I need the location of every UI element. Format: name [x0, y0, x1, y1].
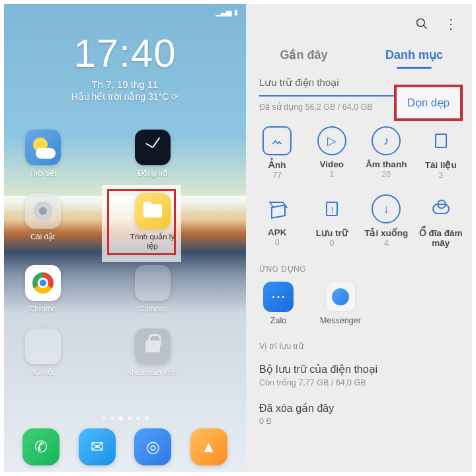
cat-label: Lưu trữ: [305, 227, 360, 238]
cat-cloud[interactable]: Ổ đĩa đám mây: [414, 194, 469, 249]
document-icon: [426, 126, 456, 155]
app-label: Cài đặt: [16, 233, 69, 242]
cat-label: Tải xuống: [359, 227, 414, 238]
svg-line-1: [424, 26, 427, 29]
fm-top-actions: ⋮: [246, 4, 472, 41]
dock-gallery[interactable]: ▲: [190, 428, 227, 465]
search-icon[interactable]: [415, 17, 428, 30]
weather-icon: [25, 130, 61, 165]
cloud-icon: [426, 194, 456, 223]
app-social-folder[interactable]: Xã hội: [16, 329, 69, 377]
cat-label: APK: [250, 227, 305, 237]
cat-count: 1: [305, 170, 360, 179]
list-item-recently-deleted[interactable]: Đã xóa gần đây 0 B: [246, 397, 472, 435]
app-chip-label: Messenger: [320, 316, 361, 325]
clock-time: 17:40: [4, 30, 246, 76]
app-settings[interactable]: Cài đặt: [16, 193, 69, 251]
video-icon: ▷: [317, 126, 346, 155]
cat-count: 20: [359, 170, 414, 179]
cat-count: 0: [305, 239, 360, 248]
status-bar: ▁▃▅ ▮: [216, 8, 238, 17]
right-phone-file-manager: ⋮ Gần đây Danh mục Lưu trữ điện thoại Đã…: [246, 4, 472, 472]
cat-archive[interactable]: !Lưu trữ0: [305, 194, 360, 249]
app-chrome[interactable]: Chrome: [16, 265, 69, 314]
cat-video[interactable]: ▷Video1: [305, 126, 360, 180]
file-manager-screen: ⋮ Gần đây Danh mục Lưu trữ điện thoại Đã…: [246, 4, 472, 472]
list-item-subtitle: Còn trống 7,77 GB / 64,0 GB: [259, 377, 459, 387]
tab-recent[interactable]: Gần đây: [249, 41, 359, 71]
audio-icon: ♪: [372, 126, 401, 155]
refresh-icon[interactable]: ⟳: [171, 92, 178, 102]
list-item-title: Đã xóa gần đây: [259, 402, 459, 415]
lock-icon: [135, 329, 171, 364]
cat-label: Âm thanh: [359, 159, 414, 169]
svg-point-0: [417, 19, 425, 27]
storage-location-header: Vị trí lưu trữ: [246, 340, 472, 358]
app-label: Khóa màn hình: [126, 368, 179, 377]
app-camera-folder[interactable]: Camera: [126, 265, 179, 314]
signal-icon: ▁▃▅: [216, 8, 231, 17]
app-file-manager[interactable]: Trình quản lý tệp: [126, 193, 179, 251]
app-weather[interactable]: Thời tiết: [16, 130, 69, 178]
dock-sms[interactable]: ✉: [79, 428, 116, 465]
messenger-icon: [325, 282, 356, 312]
dot-active: [119, 416, 123, 420]
dock-browser[interactable]: ◎: [134, 428, 171, 465]
cat-audio[interactable]: ♪Âm thanh20: [359, 126, 414, 180]
cat-count: 77: [250, 171, 305, 180]
page-indicator[interactable]: [4, 416, 246, 420]
cat-docs[interactable]: Tài liệu3: [414, 126, 469, 180]
app-label: Chrome: [16, 305, 69, 314]
weather-text: Hầu hết trời nắng 31°C: [71, 91, 169, 102]
chrome-icon: [25, 265, 61, 301]
cat-images[interactable]: Ảnh77: [250, 126, 305, 180]
app-label: Trình quản lý tệp: [126, 233, 179, 251]
clock-icon: [135, 130, 171, 165]
cat-label: Tài liệu: [414, 159, 469, 170]
app-label: Thời tiết: [16, 169, 69, 178]
dot: [110, 416, 114, 420]
battery-icon: ▮: [234, 8, 238, 17]
left-phone-home-screen: ▁▃▅ ▮ 17:40 Th 7, 19 thg 11 Hầu hết trời…: [4, 4, 246, 472]
clock-date: Th 7, 19 thg 11: [4, 79, 246, 90]
download-icon: ↓: [372, 194, 401, 223]
clock-widget[interactable]: 17:40 Th 7, 19 thg 11 Hầu hết trời nắng …: [4, 30, 246, 102]
image-icon: [262, 126, 292, 155]
zalo-icon: ⋯: [263, 282, 294, 312]
app-clock[interactable]: Đồng hồ: [126, 130, 179, 178]
app-chip-messenger[interactable]: Messenger: [320, 282, 361, 325]
gallery-icon: ▲: [190, 428, 227, 465]
tab-categories[interactable]: Danh mục: [359, 41, 469, 71]
more-vert-icon[interactable]: ⋮: [444, 17, 457, 30]
app-label: Đồng hồ: [126, 169, 179, 178]
camera-folder-icon: [135, 265, 171, 301]
cat-download[interactable]: ↓Tải xuống4: [359, 194, 414, 249]
dot: [136, 416, 140, 420]
apk-icon: [262, 194, 292, 223]
app-chip-zalo[interactable]: ⋯ Zalo: [263, 282, 294, 325]
cat-label: Ảnh: [250, 159, 305, 170]
list-item-phone-storage[interactable]: Bộ lưu trữ của điện thoại Còn trống 7,77…: [246, 358, 472, 397]
app-label: Xã hội: [16, 368, 69, 377]
side-by-side-tutorial: ▁▃▅ ▮ 17:40 Th 7, 19 thg 11 Hầu hết trời…: [0, 0, 476, 476]
phone-icon: ✆: [22, 428, 60, 465]
cat-count: 0: [250, 238, 305, 247]
list-item-subtitle: 0 B: [259, 416, 459, 426]
category-grid: Ảnh77 ▷Video1 ♪Âm thanh20 Tài liệu3 APK0…: [246, 122, 472, 260]
dock: ✆ ✉ ◎ ▲: [4, 428, 246, 465]
dock-phone[interactable]: ✆: [22, 428, 60, 465]
cat-count: 3: [414, 171, 469, 180]
settings-icon: [25, 193, 61, 229]
app-lockscreen[interactable]: Khóa màn hình: [126, 329, 179, 377]
cat-apk[interactable]: APK0: [250, 194, 305, 249]
browser-icon: ◎: [134, 428, 171, 465]
cat-label: Ổ đĩa đám mây: [414, 227, 469, 248]
apps-section-header: ỨNG DỤNG: [246, 260, 472, 282]
folder-icon: [135, 193, 171, 229]
app-chip-label: Zalo: [263, 316, 294, 325]
app-grid: Thời tiết Đồng hồ Cài đặt Trình quản lý …: [16, 130, 234, 377]
cleanup-button[interactable]: Dọn dẹp: [394, 85, 463, 121]
social-folder-icon: [25, 329, 61, 364]
list-item-title: Bộ lưu trữ của điện thoại: [259, 363, 459, 376]
cat-label: Video: [305, 159, 360, 169]
